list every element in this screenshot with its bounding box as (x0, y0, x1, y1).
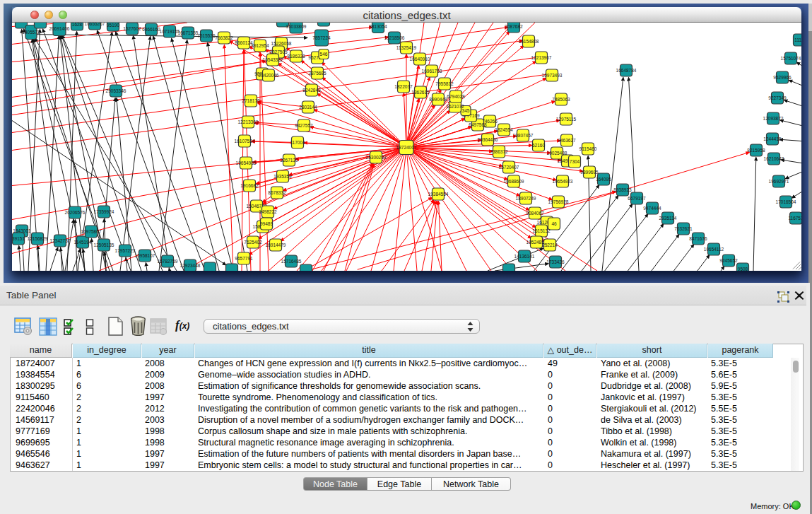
svg-text:15226058: 15226058 (271, 40, 292, 45)
svg-text:20364436: 20364436 (478, 136, 498, 141)
svg-text:23420046: 23420046 (259, 72, 279, 77)
svg-text:9657791: 9657791 (235, 255, 253, 260)
svg-text:19654935: 19654935 (236, 160, 257, 165)
svg-text:19654923: 19654923 (553, 178, 573, 183)
svg-text:10958107: 10958107 (135, 252, 155, 257)
svg-text:9427552: 9427552 (295, 122, 313, 127)
svg-text:7485063: 7485063 (552, 96, 570, 101)
svg-text:19218506: 19218506 (384, 35, 405, 40)
svg-text:10688609: 10688609 (504, 178, 524, 183)
svg-text:10719155: 10719155 (160, 28, 180, 33)
svg-text:116753: 116753 (788, 215, 801, 220)
svg-text:16154808: 16154808 (519, 38, 539, 43)
svg-text:12923448: 12923448 (180, 262, 201, 267)
svg-text:1621072: 1621072 (446, 103, 464, 108)
svg-text:8660124: 8660124 (235, 40, 253, 45)
svg-text:14136141: 14136141 (514, 253, 535, 258)
svg-text:8471676: 8471676 (689, 235, 707, 240)
svg-text:10975867: 10975867 (81, 228, 102, 233)
svg-text:15720407: 15720407 (499, 164, 519, 169)
svg-text:10543382: 10543382 (263, 57, 283, 62)
svg-text:7304: 7304 (570, 158, 580, 163)
svg-text:8912954: 8912954 (251, 42, 269, 47)
svg-text:546: 546 (320, 51, 328, 56)
svg-text:9529966: 9529966 (773, 74, 792, 79)
svg-text:12342737: 12342737 (50, 238, 71, 243)
svg-text:17016504: 17016504 (776, 199, 796, 204)
svg-text:16210643: 16210643 (764, 156, 784, 160)
svg-text:6679197: 6679197 (628, 195, 646, 200)
svg-text:17359924: 17359924 (94, 209, 114, 214)
svg-text:46: 46 (551, 221, 557, 226)
svg-text:1527602: 1527602 (123, 25, 141, 30)
svg-text:7955812: 7955812 (435, 81, 454, 86)
svg-text:10655267: 10655267 (85, 23, 105, 26)
svg-text:16648784: 16648784 (616, 67, 637, 72)
svg-text:1362615: 1362615 (411, 89, 430, 94)
svg-text:16033809: 16033809 (286, 23, 307, 28)
svg-text:1733426: 1733426 (546, 259, 565, 264)
svg-text:20691406: 20691406 (49, 25, 70, 30)
svg-text:6794028: 6794028 (447, 93, 465, 98)
svg-text:39151: 39151 (12, 235, 25, 240)
svg-text:16782759: 16782759 (158, 258, 178, 263)
svg-text:3875685: 3875685 (308, 70, 326, 75)
svg-text:62160: 62160 (532, 142, 545, 147)
svg-text:9899695: 9899695 (580, 169, 599, 174)
svg-text:10807457: 10807457 (513, 132, 534, 137)
svg-text:1824554: 1824554 (495, 127, 513, 132)
svg-text:2087682: 2087682 (505, 23, 523, 28)
svg-text:18724007: 18724007 (396, 144, 417, 149)
svg-text:9508: 9508 (738, 266, 748, 270)
svg-text:9227349: 9227349 (768, 95, 787, 100)
svg-text:117004: 117004 (290, 139, 305, 144)
svg-text:1244415: 1244415 (763, 136, 782, 141)
svg-text:2803144: 2803144 (299, 104, 317, 109)
svg-text:12213369: 12213369 (238, 119, 259, 124)
svg-text:12156829: 12156829 (28, 235, 48, 240)
svg-text:16914479: 16914479 (266, 242, 286, 247)
svg-text:8242848: 8242848 (302, 87, 321, 92)
svg-text:11325419: 11325419 (396, 45, 417, 49)
svg-text:6497568: 6497568 (469, 122, 487, 127)
svg-text:25300293: 25300293 (366, 154, 387, 159)
svg-text:8678332: 8678332 (268, 189, 286, 194)
svg-text:9115460: 9115460 (579, 146, 597, 151)
svg-text:19692971: 19692971 (769, 178, 789, 183)
svg-text:1145194: 1145194 (74, 239, 92, 244)
svg-text:6466160: 6466160 (142, 26, 160, 31)
svg-text:16961758: 16961758 (422, 68, 442, 73)
svg-text:16107534: 16107534 (235, 138, 255, 143)
svg-text:16640910: 16640910 (410, 56, 430, 61)
svg-text:12213967: 12213967 (531, 54, 552, 59)
svg-text:7515526: 7515526 (197, 33, 216, 37)
svg-text:1916682: 1916682 (240, 182, 259, 187)
svg-text:18907249: 18907249 (516, 195, 536, 200)
svg-text:19756928: 19756928 (548, 199, 569, 204)
svg-text:19384554: 19384554 (428, 191, 449, 196)
svg-text:95190: 95190 (107, 23, 119, 28)
svg-text:7632621: 7632621 (674, 226, 693, 230)
svg-text:16671355: 16671355 (178, 30, 199, 35)
svg-text:7663822: 7663822 (215, 35, 233, 40)
svg-text:8990448: 8990448 (429, 96, 447, 101)
svg-text:164095: 164095 (596, 176, 611, 181)
svg-text:29053346: 29053346 (106, 88, 126, 93)
svg-text:9084067: 9084067 (526, 210, 544, 215)
svg-text:252214: 252214 (542, 242, 558, 247)
svg-text:15751074: 15751074 (781, 55, 801, 60)
svg-text:9245652: 9245652 (719, 257, 738, 262)
svg-text:1822037: 1822037 (394, 83, 413, 88)
svg-text:1935359: 1935359 (273, 173, 292, 178)
svg-text:7625402: 7625402 (244, 239, 262, 244)
svg-text:1498222: 1498222 (259, 209, 277, 214)
svg-text:10654112: 10654112 (704, 246, 724, 251)
svg-text:8186328: 8186328 (287, 53, 305, 58)
svg-text:12505135: 12505135 (94, 242, 114, 247)
svg-text:10973493: 10973493 (542, 72, 563, 77)
svg-text:12975115: 12975115 (556, 116, 577, 121)
svg-text:17957223: 17957223 (115, 247, 136, 252)
svg-text:7386372: 7386372 (490, 148, 508, 153)
svg-text:99489: 99489 (260, 221, 273, 226)
svg-text:8215958: 8215958 (747, 147, 765, 152)
